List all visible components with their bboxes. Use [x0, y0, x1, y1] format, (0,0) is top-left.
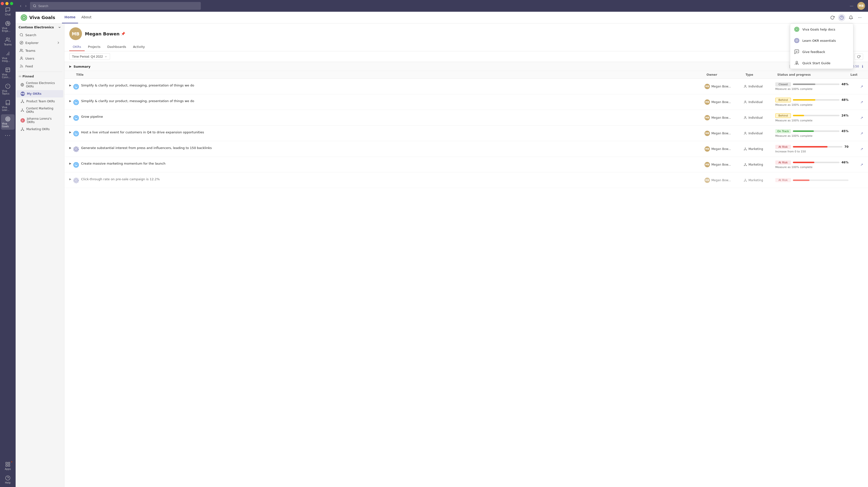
update-icon[interactable]: ↗ — [860, 116, 863, 120]
row-expand-icon[interactable]: ▶ — [69, 99, 71, 103]
forward-button[interactable]: › — [24, 3, 28, 9]
measure-text: Measure as 100% complete — [775, 103, 848, 107]
search-input[interactable] — [38, 4, 198, 8]
sidebar-item-viva-learning[interactable]: Viva Lear... — [1, 98, 14, 113]
notifications-button[interactable] — [847, 14, 855, 21]
svg-line-43 — [23, 110, 24, 111]
status-badge: Behind — [775, 98, 791, 102]
user-avatar[interactable]: MB — [857, 2, 865, 10]
pinned-marketing[interactable]: Marketing OKRs — [17, 126, 63, 133]
svg-point-13 — [6, 476, 10, 480]
svg-rect-11 — [6, 465, 7, 466]
sidebar-item-chat[interactable]: Chat — [1, 5, 14, 18]
status-cell: At Risk 70 Increase from 0 to 150 — [775, 145, 848, 153]
measure-text: Increase from 0 to 150 — [775, 150, 848, 153]
maximize-button[interactable] — [10, 2, 13, 5]
sidebar-item-viva-connections[interactable]: Viva Conn... — [1, 65, 14, 81]
tab-dashboards[interactable]: Dashboards — [104, 43, 129, 51]
sidebar-item-apps[interactable]: Apps — [1, 460, 14, 472]
close-button[interactable] — [1, 2, 4, 5]
sidebar-teams[interactable]: Teams — [17, 47, 63, 54]
org-icon — [21, 108, 24, 112]
pinned-section-header: Pinned — [16, 73, 64, 80]
sidebar-feed[interactable]: Feed — [17, 62, 63, 70]
pinned-johanna[interactable]: JL Johanna Lorenz's OKRs — [17, 116, 63, 125]
row-expand-icon[interactable]: ▶ — [69, 83, 71, 87]
pinned-item-label: Marketing OKRs — [26, 127, 50, 131]
tab-okrs[interactable]: OKRs — [69, 43, 85, 51]
nav-about[interactable]: About — [79, 12, 94, 24]
search-icon — [20, 33, 24, 37]
type-cell: Individual — [744, 85, 775, 88]
sidebar-item-viva-topics[interactable]: Viva Topics — [1, 82, 14, 97]
status-cell: On Track 45% Measure as 100% complete — [775, 129, 848, 138]
row-expand-icon[interactable]: ▶ — [69, 146, 71, 149]
profile-header: MB Megan Bowen 📌 — [69, 27, 863, 40]
pinned-item-label: Contoso Electronics OKRs — [26, 81, 60, 88]
col-status: Status and progress — [775, 73, 848, 77]
pinned-product-team[interactable]: Product Team OKRs — [17, 98, 63, 105]
svg-point-87 — [744, 181, 745, 181]
update-icon[interactable]: ↗ — [860, 163, 863, 167]
progress-bar — [793, 131, 839, 132]
progress-bar — [793, 146, 842, 147]
summary-info-button[interactable]: ℹ — [862, 64, 863, 68]
pinned-my-okrs[interactable]: MB My OKRs — [17, 90, 63, 97]
header-more-button[interactable]: ··· — [857, 13, 863, 22]
pin-icon — [19, 75, 22, 78]
sidebar-item-viva-goals[interactable]: Viva Goals — [1, 114, 14, 130]
sidebar-item-viva-engage[interactable]: Viva Enga... — [1, 19, 14, 34]
sidebar-explorer[interactable]: Explorer — [17, 39, 63, 47]
sidebar-item-viva-insights[interactable]: Viva Insig... — [1, 49, 14, 64]
help-learn-okr[interactable]: Learn OKR essentials — [790, 35, 853, 46]
time-period-button[interactable]: Time Period: Q4 2022 — [69, 53, 110, 60]
owner-cell: MB Megan Bow... — [705, 115, 744, 120]
row-expand-icon[interactable]: ▶ — [69, 115, 71, 118]
update-icon[interactable]: ↗ — [860, 85, 863, 88]
help-quick-start[interactable]: Quick Start Guide — [790, 57, 853, 68]
org-selector[interactable]: Contoso Electronics — [16, 24, 64, 31]
update-icon[interactable]: ↗ — [860, 147, 863, 151]
table-row: ▶ Click-through rate on pre-sale campaig… — [64, 172, 868, 188]
help-viva-docs[interactable]: Viva Goals help docs — [790, 24, 853, 35]
pinned-content-marketing[interactable]: Content Marketing OKRs — [17, 105, 63, 115]
top-bar-more-button[interactable]: ··· — [848, 2, 855, 9]
row-expand-icon[interactable]: ▶ — [69, 162, 71, 165]
svg-point-7 — [7, 118, 9, 120]
tab-activity[interactable]: Activity — [129, 43, 148, 51]
pinned-contoso-okrs[interactable]: Contoso Electronics OKRs — [17, 80, 63, 90]
toolbar-refresh-button[interactable] — [854, 54, 863, 60]
owner-name: Megan Bow... — [711, 85, 731, 88]
svg-point-40 — [23, 111, 24, 112]
sidebar-item-help[interactable]: Help — [1, 473, 14, 486]
sidebar-item-more[interactable]: ··· — [1, 131, 14, 140]
sidebar-search[interactable]: Search — [17, 31, 63, 38]
help-give-feedback[interactable]: Give feedback — [790, 46, 853, 57]
update-icon[interactable]: ↗ — [860, 132, 863, 135]
row-expand-icon[interactable]: ▶ — [69, 130, 71, 134]
refresh-icon — [857, 55, 861, 58]
svg-line-37 — [23, 102, 24, 102]
sidebar-item-label: Explorer — [25, 41, 38, 45]
sidebar-users[interactable]: Users — [17, 55, 63, 62]
help-button[interactable] — [838, 14, 845, 21]
nav-home[interactable]: Home — [62, 12, 78, 24]
pinned-item-label: Product Team OKRs — [26, 99, 55, 103]
percent-text: 46% — [841, 161, 848, 164]
row-expand-icon[interactable]: ▶ — [69, 177, 71, 181]
update-icon[interactable]: ↗ — [860, 100, 863, 104]
tab-projects[interactable]: Projects — [85, 43, 104, 51]
sidebar-item-teams[interactable]: Teams — [1, 35, 14, 48]
owner-cell: MB Megan Bow... — [705, 131, 744, 136]
refresh-button[interactable] — [829, 14, 836, 21]
col-owner: Owner — [705, 73, 744, 77]
type-label: Individual — [748, 85, 763, 88]
divider — [18, 71, 62, 72]
minimize-button[interactable] — [5, 2, 8, 5]
pin-icon: 📌 — [121, 32, 125, 36]
back-button[interactable]: ‹ — [19, 3, 23, 9]
summary-expand-icon[interactable]: ▶ — [69, 65, 71, 68]
svg-point-70 — [744, 149, 745, 150]
app-header-right: ··· — [829, 13, 863, 22]
svg-point-77 — [745, 163, 746, 164]
